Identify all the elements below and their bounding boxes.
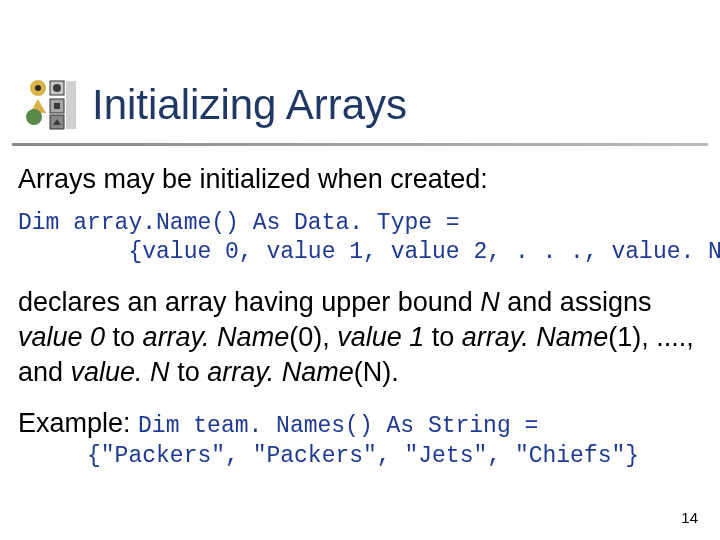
example-block: Example: Dim team. Names() As String = {… (18, 408, 702, 472)
svg-point-1 (35, 85, 41, 91)
declare-prefix: declares an array having upper bound (18, 287, 480, 317)
page-number: 14 (681, 509, 698, 526)
declare-v1: value 1 (337, 322, 424, 352)
declare-an0: array. Name (143, 322, 290, 352)
declare-vN: value. N (71, 357, 170, 387)
declare-t2: to (105, 322, 143, 352)
slide-title: Initializing Arrays (92, 81, 407, 129)
declare-N: N (480, 287, 500, 317)
logo-icon (20, 75, 80, 135)
declare-p0: (0), (289, 322, 337, 352)
declare-an1: array. Name (462, 322, 609, 352)
example-code-line-2: {"Packers", "Packers", "Jets", "Chiefs"} (18, 442, 702, 472)
svg-point-4 (26, 109, 42, 125)
svg-point-3 (53, 84, 61, 92)
declaration-paragraph: declares an array having upper bound N a… (18, 285, 702, 390)
declare-pN: (N). (354, 357, 399, 387)
example-code-line-1: Dim team. Names() As String = (138, 413, 538, 439)
svg-rect-6 (54, 103, 60, 109)
code-line-2: {value 0, value 1, value 2, . . ., value… (18, 239, 720, 265)
declare-t4: to (170, 357, 208, 387)
example-label: Example: (18, 408, 138, 438)
svg-rect-8 (66, 81, 76, 129)
declare-t1: and assigns (500, 287, 652, 317)
declare-anN: array. Name (207, 357, 354, 387)
intro-text: Arrays may be initialized when created: (18, 164, 702, 195)
declare-t3: to (424, 322, 462, 352)
code-line-1: Dim array.Name() As Data. Type = (18, 210, 460, 236)
declare-v0: value 0 (18, 322, 105, 352)
syntax-code-block: Dim array.Name() As Data. Type = {value … (18, 209, 702, 267)
slide-header: Initializing Arrays (0, 0, 720, 135)
slide-content: Arrays may be initialized when created: … (0, 146, 720, 472)
